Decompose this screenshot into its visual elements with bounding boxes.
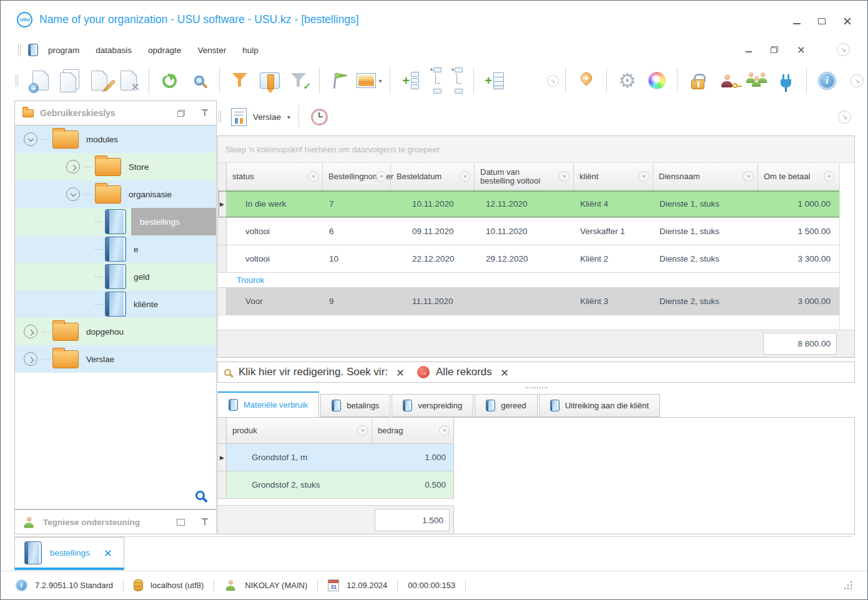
expand-all-button[interactable]: + xyxy=(396,66,425,96)
tree-item-geld[interactable]: geld xyxy=(15,263,216,290)
resize-grip[interactable] xyxy=(844,581,852,590)
filter-icon[interactable] xyxy=(376,171,387,182)
tree-search-icon[interactable] xyxy=(195,491,205,500)
expand-panel-icon[interactable] xyxy=(177,519,185,526)
toolbar-overflow-icon[interactable] xyxy=(851,74,864,87)
menu-item-opdragte[interactable]: opdragte xyxy=(148,46,181,55)
menu-item-databasis[interactable]: databasis xyxy=(96,46,132,55)
column-header-besteldatum[interactable]: Besteldatum xyxy=(391,163,475,190)
copy-record-button[interactable] xyxy=(55,66,84,96)
toolbar-grip[interactable] xyxy=(18,44,21,56)
tree-item-verslae[interactable]: Verslae xyxy=(15,345,216,373)
collapse-node-icon[interactable] xyxy=(66,187,80,201)
support-panel[interactable]: Tegniese ondersteuning xyxy=(14,509,217,534)
tree-item-store[interactable]: Store xyxy=(15,153,216,180)
mdi-restore-icon[interactable] xyxy=(771,46,778,53)
toolbar-overflow-icon[interactable] xyxy=(837,43,850,56)
toolbar-overflow-icon[interactable] xyxy=(547,75,559,87)
filter-panel-button[interactable] xyxy=(255,66,284,96)
filter-icon[interactable] xyxy=(824,171,834,182)
clear-filter-icon[interactable] xyxy=(397,369,403,376)
column-header-produk[interactable]: produk xyxy=(227,418,372,443)
tab-verspreiding[interactable]: verspreiding xyxy=(392,394,473,417)
undock-icon[interactable] xyxy=(177,110,185,117)
collapse-node-icon[interactable] xyxy=(24,132,37,146)
refresh-button[interactable] xyxy=(155,66,184,96)
users-button[interactable] xyxy=(742,66,771,96)
tree-item-dopgehou[interactable]: dopgehou xyxy=(15,318,216,345)
edit-record-button[interactable] xyxy=(84,66,114,96)
expand-node-icon[interactable] xyxy=(66,160,80,174)
column-header-status[interactable]: status xyxy=(227,163,323,190)
table-row[interactable]: Voor 9 11.11.2020 Kliënt 3 Dienste 2, st… xyxy=(218,288,854,315)
document-tab-bestellings[interactable]: bestellings xyxy=(14,537,124,570)
column-header-datum-voltooi[interactable]: Datum van bestelling voltooi xyxy=(475,163,574,190)
plugin-button[interactable] xyxy=(771,66,801,96)
menu-item-hulp[interactable]: hulp xyxy=(242,46,259,55)
filter-panel-bar[interactable]: Klik hier vir redigering. Soek vir: Alle… xyxy=(217,361,855,383)
column-header-diensnaam[interactable]: Diensnaam xyxy=(653,163,758,190)
toolbar-overflow-icon[interactable] xyxy=(838,111,851,124)
add-row-button[interactable]: + xyxy=(480,66,509,96)
appearance-button[interactable] xyxy=(642,66,671,96)
table-row[interactable]: Grondstof 2, stuks 0.500 xyxy=(218,471,454,499)
locate-button[interactable] xyxy=(571,66,601,96)
column-header-bestellingnommer[interactable]: Bestellingnommer xyxy=(323,163,391,190)
filter-icon[interactable] xyxy=(559,171,570,182)
menu-item-venster[interactable]: Venster xyxy=(197,46,226,55)
tree-item-e[interactable]: e xyxy=(15,235,216,263)
vertical-scrollbar[interactable] xyxy=(839,164,854,357)
filter-icon[interactable] xyxy=(308,171,318,182)
search-button[interactable] xyxy=(184,66,214,96)
table-row[interactable]: voltooi 10 22.12.2020 29.12.2020 Kliënt … xyxy=(218,245,854,273)
new-record-button[interactable]: + xyxy=(26,66,55,96)
timer-button[interactable] xyxy=(305,102,334,132)
splitter-handle[interactable] xyxy=(217,385,855,391)
group-row[interactable]: Trourok xyxy=(218,273,854,288)
toolbar-grip[interactable] xyxy=(16,74,18,87)
filter-apply-button[interactable]: ✓ xyxy=(284,66,313,96)
filter-icon[interactable] xyxy=(638,171,649,182)
user-permissions-button[interactable] xyxy=(713,66,742,96)
filter-icon[interactable] xyxy=(743,171,754,182)
lock-button[interactable] xyxy=(683,66,713,96)
tree-item-modules[interactable]: modules xyxy=(15,125,216,153)
close-tab-icon[interactable] xyxy=(104,549,111,556)
table-row[interactable]: ▶ Grondstof 1, m 1.000 xyxy=(218,444,454,471)
table-row[interactable]: voltooi 6 09.11.2020 10.11.2020 Verskaff… xyxy=(218,218,854,245)
close-icon[interactable] xyxy=(843,17,851,25)
tree-item-kliente[interactable]: kliënte xyxy=(15,290,216,318)
expand-node-icon[interactable] xyxy=(24,325,37,338)
tab-materiele-verbruik[interactable]: Materiële verbruik xyxy=(217,391,319,417)
pin-icon[interactable] xyxy=(201,109,209,117)
verslae-dropdown-button[interactable]: Verslae ▾ xyxy=(229,102,293,132)
filter-edit-hint[interactable]: Klik hier vir redigering. Soek vir: xyxy=(239,366,388,378)
filter-value[interactable]: Alle rekords xyxy=(436,366,492,378)
group-by-bar[interactable]: Sleep 'n kolomopskrif hierheen om daarvo… xyxy=(218,136,854,163)
table-row[interactable]: ▶ In die werk 7 10.11.2020 12.11.2020 Kl… xyxy=(218,190,854,218)
toolbar-grip[interactable] xyxy=(219,111,221,123)
filter-icon[interactable] xyxy=(460,171,470,182)
expand-node-icon[interactable] xyxy=(24,352,37,366)
maximize-icon[interactable] xyxy=(818,18,826,24)
delete-record-button[interactable]: ✕ xyxy=(114,66,143,96)
image-button[interactable]: ▾ xyxy=(355,66,384,96)
remove-filter-icon[interactable] xyxy=(501,369,508,376)
column-header-bedrag[interactable]: bedrag xyxy=(372,418,453,443)
settings-button[interactable] xyxy=(613,66,642,96)
tab-gereed[interactable]: gereed xyxy=(475,394,537,417)
tree-item-bestellings[interactable]: bestellings xyxy=(15,208,216,235)
tab-uitreiking[interactable]: Uitreiking aan die kliënt xyxy=(539,394,660,417)
tab-betalings[interactable]: betalings xyxy=(320,394,390,417)
mdi-minimize-icon[interactable] xyxy=(746,51,752,52)
pin-icon[interactable] xyxy=(201,518,209,526)
column-header-klient[interactable]: kliënt xyxy=(574,163,653,190)
menu-item-program[interactable]: program xyxy=(48,46,79,55)
minimize-icon[interactable] xyxy=(793,23,801,24)
filter-icon[interactable] xyxy=(357,425,368,436)
column-header-om-te-betaal[interactable]: Om te betaal xyxy=(758,163,838,190)
filter-icon[interactable] xyxy=(439,425,450,436)
filter-button[interactable] xyxy=(225,66,255,96)
flag-button[interactable] xyxy=(325,66,355,96)
tree-item-organisasie[interactable]: organisasie xyxy=(15,180,216,208)
